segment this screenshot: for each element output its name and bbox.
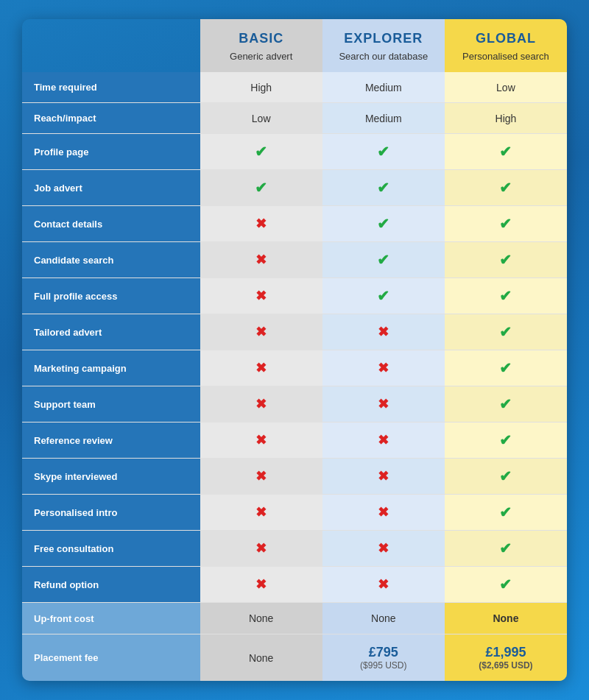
cross-icon: ✖: [255, 541, 267, 556]
cell-explorer: ✔: [322, 278, 445, 314]
cell-explorer: ✔: [322, 170, 445, 206]
cell-explorer: ✖: [322, 423, 445, 459]
table-row: Marketing campaign✖✖✔: [22, 350, 567, 386]
cross-icon: ✖: [378, 397, 389, 411]
comparison-table-wrapper: BASIC Generic advert EXPLORER Search our…: [22, 19, 567, 681]
check-icon: ✔: [377, 180, 389, 196]
placement-basic: None: [200, 634, 322, 682]
table-row: Reference review✖✖✔: [22, 423, 567, 459]
check-icon: ✔: [499, 252, 512, 268]
cross-icon: ✖: [255, 252, 267, 267]
check-icon: ✔: [499, 432, 512, 448]
row-label: Skype interviewed: [22, 459, 200, 495]
table-row: Support team✖✖✔: [22, 386, 567, 423]
cell-explorer: ✖: [322, 350, 445, 386]
cell-global: ✔: [445, 459, 567, 495]
row-label: Job advert: [22, 170, 200, 206]
cross-icon: ✖: [378, 325, 389, 339]
table-row: Time requiredHighMediumLow: [22, 72, 567, 103]
check-icon: ✔: [499, 216, 512, 232]
row-label: Free consultation: [22, 531, 200, 567]
cell-basic: ✖: [200, 567, 322, 603]
cross-icon: ✖: [255, 289, 267, 303]
explorer-plan-name: EXPLORER: [330, 31, 437, 46]
table-row: Tailored advert✖✖✔: [22, 314, 567, 350]
table-row: Refund option✖✖✔: [22, 567, 567, 603]
placement-global: £1,995($2,695 USD): [445, 634, 567, 682]
cell-basic: ✖: [200, 386, 322, 423]
cross-icon: ✖: [255, 469, 267, 484]
check-icon: ✔: [255, 144, 267, 160]
table-row: Reach/impactLowMediumHigh: [22, 103, 567, 134]
row-label: Candidate search: [22, 242, 200, 278]
cell-global: ✔: [445, 423, 567, 459]
row-label: Reach/impact: [22, 103, 200, 134]
cell-basic: ✖: [200, 314, 322, 350]
upfront-basic: None: [200, 603, 322, 634]
cell-global: ✔: [445, 134, 567, 170]
cell-explorer: Medium: [322, 103, 445, 134]
cross-icon: ✖: [255, 577, 267, 592]
cell-global: ✔: [445, 206, 567, 242]
cell-global: ✔: [445, 567, 567, 603]
cell-explorer: ✖: [322, 459, 445, 495]
check-icon: ✔: [377, 216, 389, 232]
cell-global: ✔: [445, 170, 567, 206]
row-label: Reference review: [22, 423, 200, 459]
cross-icon: ✖: [255, 505, 267, 520]
cell-basic: ✖: [200, 423, 322, 459]
check-icon: ✔: [499, 288, 512, 304]
cell-basic: ✔: [200, 170, 322, 206]
header-global: GLOBAL Personalised search: [445, 19, 567, 72]
cell-basic: ✔: [200, 134, 322, 170]
upfront-row: Up-front costNoneNoneNone: [22, 603, 567, 634]
cell-basic: ✖: [200, 206, 322, 242]
row-label: Time required: [22, 72, 200, 103]
check-icon: ✔: [499, 360, 512, 376]
explorer-price-main: £795: [328, 645, 439, 660]
cell-global: ✔: [445, 278, 567, 314]
upfront-explorer: None: [322, 603, 445, 634]
cross-icon: ✖: [255, 397, 267, 411]
cell-global: ✔: [445, 350, 567, 386]
header-empty: [22, 19, 200, 72]
cell-explorer: ✖: [322, 314, 445, 350]
check-icon: ✔: [499, 324, 512, 340]
cell-explorer: ✖: [322, 386, 445, 423]
global-plan-name: GLOBAL: [452, 31, 560, 46]
table-row: Free consultation✖✖✔: [22, 531, 567, 567]
cell-global: High: [445, 103, 567, 134]
check-icon: ✔: [499, 396, 512, 412]
cross-icon: ✖: [255, 361, 267, 375]
global-price-main: £1,995: [451, 645, 561, 660]
placement-explorer: £795($995 USD): [322, 634, 445, 682]
cell-explorer: ✔: [322, 242, 445, 278]
row-label: Tailored advert: [22, 314, 200, 350]
cell-basic: ✖: [200, 278, 322, 314]
cell-global: ✔: [445, 386, 567, 423]
check-icon: ✔: [377, 252, 389, 268]
cross-icon: ✖: [378, 541, 389, 556]
check-icon: ✔: [499, 180, 512, 196]
cell-global: ✔: [445, 242, 567, 278]
cell-explorer: Medium: [322, 72, 445, 103]
cross-icon: ✖: [255, 216, 267, 231]
cell-global: ✔: [445, 531, 567, 567]
row-label: Marketing campaign: [22, 350, 200, 386]
row-label: Contact details: [22, 206, 200, 242]
table-row: Full profile access✖✔✔: [22, 278, 567, 314]
cell-basic: ✖: [200, 242, 322, 278]
header-explorer: EXPLORER Search our database: [322, 19, 445, 72]
upfront-global: None: [445, 603, 567, 634]
global-price-sub: ($2,695 USD): [451, 660, 561, 671]
explorer-plan-subtitle: Search our database: [339, 51, 428, 62]
cross-icon: ✖: [378, 469, 389, 484]
table-row: Contact details✖✔✔: [22, 206, 567, 242]
table-row: Skype interviewed✖✖✔: [22, 459, 567, 495]
check-icon: ✔: [255, 180, 267, 196]
row-label: Full profile access: [22, 278, 200, 314]
table-row: Job advert✔✔✔: [22, 170, 567, 206]
basic-plan-subtitle: Generic advert: [230, 51, 292, 62]
table-row: Personalised intro✖✖✔: [22, 495, 567, 531]
cross-icon: ✖: [255, 325, 267, 339]
